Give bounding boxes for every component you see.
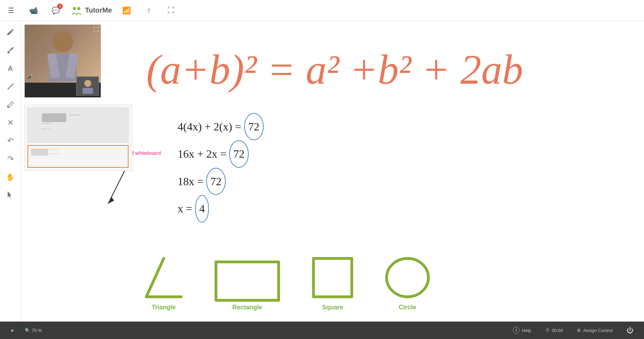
- zoom-display: 🔍 75 %: [25, 328, 42, 333]
- text-tool[interactable]: A: [3, 61, 18, 76]
- circle-svg: [383, 255, 432, 300]
- assign-control-button[interactable]: ⚙ Assign Control: [573, 326, 616, 334]
- svg-point-13: [387, 258, 428, 297]
- help-label: Help: [522, 328, 531, 333]
- fullscreen-icon: ⛶: [168, 6, 174, 14]
- bottom-toolbar: ➤ 🔍 75 % i Help ⏱ 00:60 ⚙ Assign Control…: [0, 322, 644, 339]
- line-tool[interactable]: [3, 79, 18, 94]
- rectangle-svg: [212, 255, 282, 300]
- hand-tool[interactable]: ✋: [3, 170, 18, 185]
- eq2-answer: 72: [229, 140, 249, 167]
- triangle-shape: Triangle: [143, 255, 185, 311]
- canvas-area[interactable]: 🎤 ⛶ Minmap view of whiteboard •• • ••• •…: [21, 21, 644, 322]
- square-label: Square: [322, 304, 343, 311]
- navigate-button[interactable]: ➤: [7, 326, 18, 334]
- eraser-tool[interactable]: [3, 97, 18, 112]
- triangle-svg: [143, 255, 185, 300]
- timer-value: 00:60: [552, 328, 563, 333]
- svg-point-3: [52, 31, 73, 52]
- eq4-answer: 4: [195, 195, 209, 222]
- eq2-text: 16x + 2x =: [178, 142, 226, 166]
- fullscreen-button[interactable]: ⛶: [163, 3, 179, 18]
- help-icon: i: [513, 327, 520, 334]
- mini-video: [42, 113, 66, 122]
- circle-shape: Circle: [383, 255, 432, 311]
- video-person: [25, 25, 101, 83]
- equation-3: 18x = 72: [178, 168, 641, 195]
- search-icon: 🔍: [25, 328, 30, 333]
- text-icon: A: [8, 65, 13, 73]
- eq4-text: x =: [178, 196, 192, 221]
- video-button[interactable]: 📹: [26, 3, 41, 18]
- rectangle-shape: Rectangle: [212, 255, 282, 311]
- svg-point-7: [84, 80, 91, 87]
- mini-equations-2: ••• •••• •••: [51, 153, 59, 155]
- svg-point-1: [77, 7, 80, 10]
- square-shape: Square: [310, 255, 355, 311]
- redo-icon: ↷: [7, 155, 14, 164]
- person-silhouette: [42, 26, 84, 82]
- tutorme-logo-icon: [70, 4, 83, 17]
- chat-badge: 1: [57, 3, 63, 9]
- line-icon: [6, 82, 15, 91]
- close-tool[interactable]: ✕: [3, 115, 18, 130]
- minimap[interactable]: •• • ••• •• • • • •• •• • △ ▭ □ ○ ▭ ▭ □ …: [24, 105, 132, 171]
- menu-button[interactable]: ☰: [3, 3, 19, 18]
- mini-content-2: ▭ ▭ □ ○: [51, 149, 59, 151]
- assign-control-label: Assign Control: [583, 328, 613, 333]
- svg-rect-8: [83, 88, 93, 94]
- equation-4: x = 4: [178, 195, 641, 222]
- wifi-button[interactable]: 📶: [119, 3, 134, 18]
- formula-text: (a+b)² = a² +b² + 2ab: [146, 46, 523, 93]
- video-feed: 🎤 ⛶: [24, 24, 101, 98]
- select-tool[interactable]: [3, 188, 18, 203]
- equation-1: 4(4x) + 2(x) = 72: [178, 113, 641, 140]
- assign-control-icon: ⚙: [577, 328, 581, 333]
- shapes-area: Triangle Rectangle Square Circle: [125, 255, 641, 311]
- mini-text: •• • ••• ••: [70, 113, 80, 116]
- top-toolbar: ☰ 📹 💬 1 TutorMe 📶 ↑ ⛶: [0, 0, 644, 21]
- close-icon: ✕: [7, 118, 14, 127]
- eraser-icon: [6, 100, 15, 109]
- timer-display: ⏱ 00:60: [542, 326, 567, 334]
- select-icon: [6, 191, 15, 199]
- pen-tool[interactable]: [3, 24, 18, 40]
- svg-point-0: [73, 7, 76, 10]
- marker-tool[interactable]: [3, 43, 18, 58]
- slide-1-thumbnail: •• • ••• •• • • • •• •• • △ ▭ □ ○: [28, 108, 129, 143]
- mini-video-2: [31, 149, 48, 156]
- equations-section: 4(4x) + 2(x) = 72 16x + 2x = 72 18x = 72…: [143, 113, 641, 223]
- power-button[interactable]: ⏻: [623, 325, 637, 336]
- logo-text: TutorMe: [85, 6, 112, 14]
- undo-icon: ↶: [7, 136, 14, 145]
- tutorme-logo: TutorMe: [70, 4, 112, 17]
- wifi-icon: 📶: [122, 6, 131, 15]
- eq1-text: 4(4x) + 2(x) =: [178, 114, 241, 139]
- navigate-icon: ➤: [10, 328, 14, 333]
- rectangle-label: Rectangle: [232, 304, 262, 311]
- zoom-value: 75 %: [32, 328, 42, 333]
- chat-button[interactable]: 💬 1: [48, 3, 63, 18]
- eq3-text: 18x =: [178, 169, 203, 194]
- undo-tool[interactable]: ↶: [3, 133, 18, 149]
- menu-icon: ☰: [8, 6, 14, 15]
- video-icon: 📹: [29, 6, 38, 15]
- svg-line-2: [8, 84, 13, 89]
- video-expand-button[interactable]: ⛶: [93, 27, 99, 33]
- help-button[interactable]: i Help: [509, 325, 535, 335]
- upload-icon: ↑: [147, 6, 151, 15]
- formula-svg: (a+b)² = a² +b² + 2ab: [143, 28, 526, 98]
- power-icon: ⏻: [627, 326, 634, 334]
- square-svg: [310, 255, 355, 300]
- pen-icon: [6, 28, 15, 36]
- triangle-label: Triangle: [152, 304, 176, 311]
- timer-icon: ⏱: [545, 328, 550, 333]
- slide-2-thumbnail[interactable]: ▭ ▭ □ ○ ••• •••• •••: [28, 145, 129, 168]
- left-toolbar: A ✕ ↶ ↷ ✋: [0, 21, 21, 322]
- mini-shapes: △ ▭ □ ○: [42, 127, 51, 130]
- marker-icon: [6, 46, 15, 54]
- equation-2: 16x + 2x = 72: [178, 140, 641, 167]
- redo-tool[interactable]: ↷: [3, 151, 18, 167]
- upload-button[interactable]: ↑: [141, 3, 156, 18]
- eq3-answer: 72: [206, 168, 226, 195]
